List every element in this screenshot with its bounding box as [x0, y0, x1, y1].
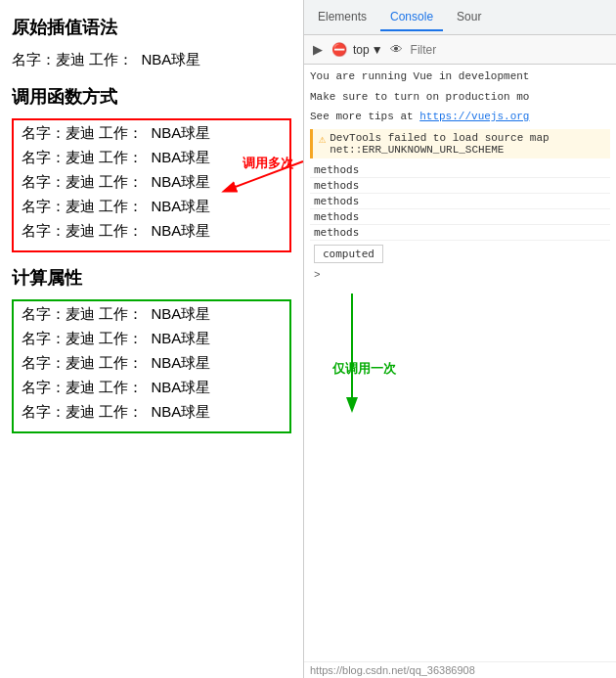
log-entry-2: methods — [310, 178, 610, 194]
section3-row-3: 名字：麦迪 工作： NBA球星 — [22, 354, 282, 373]
computed-entry: computed — [310, 243, 610, 265]
tab-console[interactable]: Console — [380, 4, 443, 31]
console-warning: ⚠ DevTools failed to load source map net… — [310, 129, 610, 158]
green-box: 名字：麦迪 工作： NBA球星 名字：麦迪 工作： NBA球星 名字：麦迪 工作… — [12, 299, 291, 433]
footer-link: https://blog.csdn.net/qq_36386908 — [304, 661, 616, 678]
section2-row-3: 名字：麦迪 工作： NBA球星 — [22, 173, 282, 192]
main-wrapper: 原始插值语法 名字：麦迪 工作： NBA球星 调用函数方式 名字：麦迪 工作： … — [0, 0, 616, 678]
section2-row-5: 名字：麦迪 工作： NBA球星 — [22, 222, 282, 241]
console-text-2: Make sure to turn on production mo — [310, 89, 610, 106]
section1-row: 名字：麦迪 工作： NBA球星 — [12, 49, 291, 71]
console-log-block: methods methods methods methods methods — [310, 162, 610, 241]
devtools-toolbar: ▶ ⛔ top ▼ 👁 — [304, 35, 616, 65]
log-entry-4: methods — [310, 209, 610, 225]
section3-row-2: 名字：麦迪 工作： NBA球星 — [22, 330, 282, 348]
filter-input[interactable] — [411, 43, 610, 57]
warning-icon: ⚠ — [319, 132, 326, 156]
clear-icon[interactable]: ⛔ — [331, 42, 347, 58]
red-box: 名字：麦迪 工作： NBA球星 名字：麦迪 工作： NBA球星 名字：麦迪 工作… — [12, 118, 291, 252]
log-entry-3: methods — [310, 194, 610, 209]
devtools-tabs: Elements Console Sour — [304, 0, 616, 35]
log-entry-1: methods — [310, 162, 610, 178]
left-panel: 原始插值语法 名字：麦迪 工作： NBA球星 调用函数方式 名字：麦迪 工作： … — [0, 0, 303, 678]
section3-row-5: 名字：麦迪 工作： NBA球星 — [22, 403, 282, 422]
vue-link[interactable]: https://vuejs.org — [419, 111, 529, 122]
section2-title: 调用函数方式 — [12, 85, 291, 109]
log-entry-5: methods — [310, 225, 610, 241]
computed-label: computed — [314, 245, 383, 263]
devtools-console[interactable]: You are running Vue in development Make … — [304, 65, 616, 661]
section2-row-1: 名字：麦迪 工作： NBA球星 — [22, 124, 282, 143]
context-selector[interactable]: top ▼ — [353, 43, 383, 57]
section1-title: 原始插值语法 — [12, 16, 291, 39]
section2-row-2: 名字：麦迪 工作： NBA球星 — [22, 149, 282, 167]
section3-row-4: 名字：麦迪 工作： NBA球星 — [22, 379, 282, 397]
context-label: top — [353, 43, 370, 57]
tab-sources[interactable]: Sour — [447, 4, 491, 31]
eye-icon[interactable]: 👁 — [389, 42, 405, 58]
play-icon[interactable]: ▶ — [310, 42, 326, 58]
console-text-3: See more tips at https://vuejs.org — [310, 109, 610, 125]
console-text-1: You are running Vue in development — [310, 68, 610, 85]
warning-text: DevTools failed to load source map net::… — [330, 132, 549, 156]
section3-title: 计算属性 — [12, 266, 291, 290]
tab-elements[interactable]: Elements — [308, 4, 376, 31]
console-expand-arrow[interactable]: > — [310, 267, 610, 283]
right-panel: Elements Console Sour ▶ ⛔ top ▼ 👁 — [303, 0, 616, 678]
name-label: 名字：麦迪 工作： NBA球星 — [12, 51, 200, 68]
context-dropdown-icon: ▼ — [372, 43, 383, 57]
section2-row-4: 名字：麦迪 工作： NBA球星 — [22, 198, 282, 216]
section3-row-1: 名字：麦迪 工作： NBA球星 — [22, 305, 282, 324]
